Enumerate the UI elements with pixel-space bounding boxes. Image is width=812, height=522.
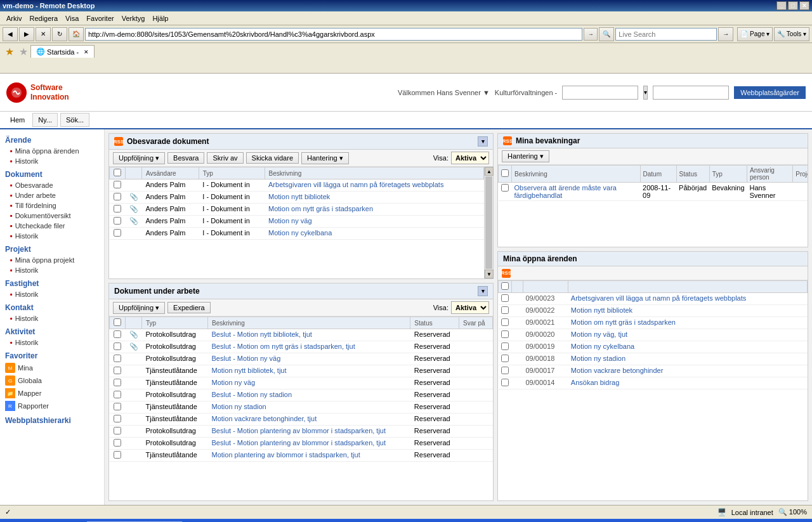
select-all-bev[interactable] <box>501 169 509 177</box>
search-go-button[interactable]: → <box>718 27 733 41</box>
beskrivning-link[interactable]: Motion vackrare betonghinder, tjut <box>212 415 317 422</box>
sidebar-item-mina[interactable]: M Mina <box>0 362 104 374</box>
sidebar-item-mina-arenden[interactable]: Mina öppna ärenden <box>0 146 104 156</box>
select-all-obesvarade[interactable] <box>114 169 121 176</box>
row-checkbox[interactable] <box>501 318 509 326</box>
row-checkbox[interactable] <box>501 355 509 362</box>
obesvarade-scroll[interactable]: Avsändare Typ Beskrivning Anders Palm I … <box>109 167 484 278</box>
sidebar-item-projekt-historik[interactable]: Historik <box>0 265 104 275</box>
sidebar-item-fastighet-historik[interactable]: Historik <box>0 289 104 299</box>
search-dropdown[interactable]: ▾ <box>643 86 648 100</box>
forward-button[interactable]: ▶ <box>19 27 34 41</box>
menu-visa[interactable]: Visa <box>62 13 82 23</box>
header-search1[interactable] <box>562 86 638 100</box>
row-checkbox[interactable] <box>114 217 121 225</box>
stop-button[interactable]: ✕ <box>36 27 51 41</box>
menu-arkiv[interactable]: Arkiv <box>3 13 25 23</box>
row-checkbox[interactable] <box>501 330 509 338</box>
website-actions-button[interactable]: Webbplatsåtgärder <box>734 86 806 99</box>
row-checkbox[interactable] <box>114 391 121 398</box>
hantering-btn[interactable]: Hantering ▾ <box>301 152 349 164</box>
beskrivning-link[interactable]: Motion vackrare betonghinder <box>571 367 664 374</box>
beskrivning-link[interactable]: Motion nytt bibliotek, tjut <box>212 367 287 374</box>
row-checkbox[interactable] <box>114 439 121 447</box>
menu-favoriter[interactable]: Favoriter <box>82 13 117 23</box>
under-arbete-collapse[interactable]: ▾ <box>478 286 488 296</box>
uppfoljning-btn[interactable]: Uppföljning ▾ <box>113 152 165 164</box>
row-checkbox[interactable] <box>114 367 121 374</box>
expediera-btn[interactable]: Expediera <box>167 302 211 313</box>
row-checkbox[interactable] <box>501 184 509 192</box>
row-checkbox[interactable] <box>114 403 121 410</box>
scroll-down-arrow[interactable]: ▼ <box>485 270 494 278</box>
row-checkbox[interactable] <box>114 181 121 188</box>
beskrivning-link[interactable]: Motion ny stadion <box>571 355 625 362</box>
beskrivning-link[interactable]: Arbetsgivaren vill lägga ut namn på före… <box>571 294 746 302</box>
header-search2[interactable] <box>653 86 729 100</box>
menu-redigera[interactable]: Redigera <box>25 13 62 23</box>
row-checkbox[interactable] <box>114 379 121 386</box>
beskrivning-link[interactable]: Motion ny cykelbana <box>571 343 634 350</box>
row-checkbox[interactable] <box>501 367 509 374</box>
beskrivning-link[interactable]: Observera att ärende måste vara färdigbe… <box>514 184 617 199</box>
select-all-ma[interactable] <box>501 282 509 290</box>
row-checkbox[interactable] <box>501 379 509 386</box>
sidebar-item-mapper[interactable]: 📁 Mapper <box>0 387 104 400</box>
address-bar[interactable] <box>85 28 582 41</box>
mina-arenden-scroll[interactable]: 09/00023 Arbetsgivaren vill lägga ut nam… <box>498 280 808 501</box>
row-checkbox[interactable] <box>114 451 121 459</box>
beskrivning-link[interactable]: Beslut - Motion nytt bibliotek, tjut <box>212 330 312 338</box>
sidebar-item-globala[interactable]: G Globala <box>0 374 104 387</box>
tools-button[interactable]: 🔧 Tools ▾ <box>774 27 809 41</box>
besvara-btn[interactable]: Besvara <box>167 152 204 164</box>
beskrivning-link[interactable]: Beslut - Motion plantering av blommor i … <box>212 439 386 447</box>
select-all-ua[interactable] <box>114 318 121 326</box>
sidebar-item-arende-historik[interactable]: Historik <box>0 156 104 166</box>
sidebar-item-obesvarade[interactable]: Obesvarade <box>0 180 104 190</box>
beskrivning-link[interactable]: Motion ny stadion <box>212 403 266 410</box>
sidebar-item-till-fordelning[interactable]: Till fördelning <box>0 200 104 211</box>
home-button[interactable]: 🏠 <box>69 27 84 41</box>
beskrivning-link[interactable]: Motion ny väg <box>212 379 255 386</box>
scroll-up-arrow[interactable]: ▲ <box>485 167 494 176</box>
sidebar-item-dok-historik[interactable]: Historik <box>0 231 104 241</box>
beskrivning-link[interactable]: Motion om nytt gräs i stadsparken <box>268 205 373 212</box>
refresh-button[interactable]: ↻ <box>52 27 67 41</box>
beskrivning-link[interactable]: Motion ny cykelbana <box>268 229 332 237</box>
beskrivning-link[interactable]: Motion nytt bibliotek <box>571 306 632 314</box>
beskrivning-link[interactable]: Ansökan bidrag <box>571 379 619 386</box>
visa-select-ua[interactable]: Aktiva <box>451 301 489 314</box>
nav-sok[interactable]: Sök... <box>60 113 89 127</box>
row-checkbox[interactable] <box>114 415 121 422</box>
beskrivning-link[interactable]: Motion nytt bibliotek <box>268 193 330 200</box>
obesvarade-collapse[interactable]: ▾ <box>478 136 488 147</box>
sidebar-item-utcheckade[interactable]: Utcheckade filer <box>0 221 104 231</box>
ua-uppfoljning-btn[interactable]: Uppföljning ▾ <box>113 302 165 314</box>
browser-tab[interactable]: 🌐 Startsida - ✕ <box>30 45 95 58</box>
menu-verktyg[interactable]: Verktyg <box>118 13 149 23</box>
menu-hjalp[interactable]: Hjälp <box>148 13 172 23</box>
row-checkbox[interactable] <box>114 205 121 212</box>
row-checkbox[interactable] <box>114 427 121 434</box>
visa-select-obesvarade[interactable]: Aktiva <box>451 152 489 164</box>
row-checkbox[interactable] <box>114 355 121 362</box>
skicka-vidare-btn[interactable]: Skicka vidare <box>246 152 299 164</box>
skriv-av-btn[interactable]: Skriv av <box>207 152 243 164</box>
go-button[interactable]: → <box>584 28 598 41</box>
row-checkbox[interactable] <box>501 343 509 350</box>
close-button[interactable]: ✕ <box>799 1 809 10</box>
beskrivning-link[interactable]: Motion ny väg <box>268 217 311 225</box>
minimize-button[interactable]: _ <box>776 1 787 10</box>
back-button[interactable]: ◀ <box>3 27 18 41</box>
tab-close[interactable]: ✕ <box>84 49 89 55</box>
beskrivning-link[interactable]: Beslut - Motion plantering av blommor i … <box>212 427 386 434</box>
row-checkbox[interactable] <box>114 330 121 338</box>
nav-hem[interactable]: Hem <box>5 114 30 126</box>
nav-ny[interactable]: Ny... <box>32 113 58 127</box>
sidebar-item-dokumentoversikt[interactable]: Dokumentöversikt <box>0 211 104 221</box>
beskrivning-link[interactable]: Beslut - Motion om nytt gräs i stadspark… <box>212 343 355 350</box>
bev-hantering-btn[interactable]: Hantering ▾ <box>502 150 549 162</box>
sidebar-item-aktivitet-historik[interactable]: Historik <box>0 337 104 348</box>
search-input[interactable] <box>615 28 717 41</box>
beskrivning-link[interactable]: Motion plantering av blommor i stadspark… <box>212 451 360 459</box>
